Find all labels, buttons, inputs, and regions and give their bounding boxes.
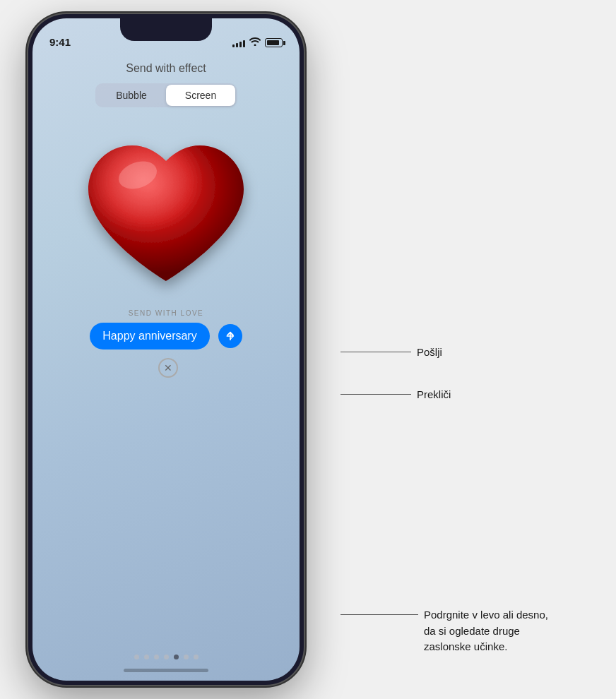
page-dot-7	[194, 655, 199, 659]
notch	[120, 18, 212, 41]
page-dot-1	[134, 655, 139, 659]
page-dot-5	[174, 655, 179, 659]
message-bubble: Happy anniversary	[90, 323, 209, 350]
page-dot-6	[184, 655, 189, 659]
screen: 9:41	[32, 18, 300, 681]
tab-switcher[interactable]: Bubble Screen	[95, 83, 237, 107]
poshlji-line	[340, 352, 411, 352]
message-row: Happy anniversary	[90, 323, 242, 350]
preklici-line	[340, 394, 411, 395]
screen-tab[interactable]: Screen	[166, 85, 235, 106]
page-dot-4	[164, 655, 169, 659]
poshlji-label: Pošlji	[417, 346, 442, 358]
send-button[interactable]	[218, 324, 242, 348]
phone-frame: 9:41	[28, 14, 304, 685]
preklici-label: Prekliči	[417, 388, 451, 400]
heart-animation	[67, 126, 265, 309]
send-with-effect-title: Send with effect	[126, 62, 206, 75]
swipe-label: Podrgnite v levo ali desno, da si ogleda…	[424, 607, 548, 655]
wifi-icon	[249, 37, 261, 48]
cancel-button[interactable]: ✕	[158, 358, 178, 378]
swipe-line	[340, 614, 418, 615]
signal-bars-icon	[232, 39, 245, 47]
page-dot-3	[154, 655, 159, 659]
preview-area: SEND WITH LOVE Happy anniversary	[32, 119, 300, 681]
page-indicators	[134, 655, 199, 659]
battery-icon	[265, 38, 283, 47]
cancel-icon: ✕	[164, 362, 172, 374]
home-indicator	[124, 669, 208, 672]
status-icons	[232, 37, 283, 48]
annotations: Pošlji Prekliči Podrgnite v levo ali des…	[340, 0, 595, 699]
page-dot-2	[144, 655, 149, 659]
content-area: Send with effect Bubble Screen	[32, 54, 300, 681]
bubble-tab[interactable]: Bubble	[97, 85, 166, 106]
status-time: 9:41	[49, 36, 71, 48]
send-with-love-label: SEND WITH LOVE	[129, 309, 204, 317]
